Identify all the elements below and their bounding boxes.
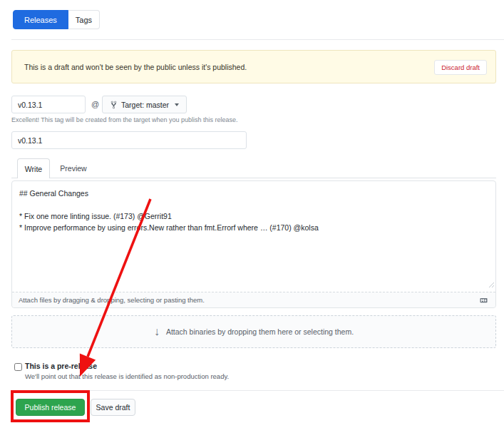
resize-grip-icon[interactable] bbox=[488, 278, 495, 291]
attach-binaries-dropzone[interactable]: ↓ Attach binaries by dropping them here … bbox=[11, 315, 496, 348]
caret-down-icon bbox=[175, 103, 179, 106]
release-title-input[interactable] bbox=[11, 131, 247, 149]
tab-write[interactable]: Write bbox=[17, 158, 50, 178]
prerelease-checkbox[interactable] bbox=[14, 363, 22, 371]
release-body-editor: ## General Changes * Fix one more lintin… bbox=[11, 180, 496, 308]
discard-draft-button[interactable]: Discard draft bbox=[434, 60, 487, 75]
releases-tags-toggle: Releases Tags bbox=[13, 10, 100, 29]
tag-name-input[interactable] bbox=[11, 96, 86, 113]
attach-files-hint: Attach files by dragging & dropping, sel… bbox=[19, 296, 205, 304]
header-divider bbox=[11, 39, 504, 40]
releases-tab-button[interactable]: Releases bbox=[13, 10, 68, 29]
markdown-line: * Improve performance by using errors.Ne… bbox=[19, 222, 488, 233]
prerelease-label[interactable]: This is a pre-release bbox=[25, 362, 97, 370]
tags-tab-button[interactable]: Tags bbox=[68, 10, 100, 29]
release-edit-page: Releases Tags This is a draft and won't … bbox=[0, 0, 504, 428]
prerelease-helper: We'll point out that this release is ide… bbox=[25, 372, 229, 380]
draft-warning-text: This is a draft and won't be seen by the… bbox=[24, 63, 247, 71]
publish-release-button[interactable]: Publish release bbox=[16, 399, 85, 416]
tab-preview[interactable]: Preview bbox=[56, 158, 91, 178]
markdown-line: * Fix one more linting issue. (#173) @Ge… bbox=[19, 210, 488, 222]
download-arrow-icon: ↓ bbox=[154, 326, 160, 337]
footer-divider bbox=[11, 390, 504, 391]
save-draft-button[interactable]: Save draft bbox=[91, 399, 135, 416]
markdown-line: ## General Changes bbox=[19, 188, 488, 199]
git-branch-icon bbox=[110, 101, 118, 109]
attach-binaries-text: Attach binaries by dropping them here or… bbox=[166, 327, 354, 336]
markdown-textarea[interactable]: ## General Changes * Fix one more lintin… bbox=[12, 181, 495, 292]
draft-warning-banner: This is a draft and won't be seen by the… bbox=[11, 50, 496, 83]
tag-helper-text: Excellent! This tag will be created from… bbox=[11, 116, 238, 123]
at-symbol: @ bbox=[91, 100, 99, 108]
target-branch-label: Target: master bbox=[121, 101, 169, 109]
attach-files-bar[interactable]: Attach files by dragging & dropping, sel… bbox=[12, 292, 495, 307]
target-branch-dropdown[interactable]: Target: master bbox=[102, 96, 187, 113]
editor-tabnav: Write Preview bbox=[11, 158, 496, 178]
markdown-icon bbox=[478, 297, 489, 304]
markdown-line bbox=[19, 199, 488, 210]
